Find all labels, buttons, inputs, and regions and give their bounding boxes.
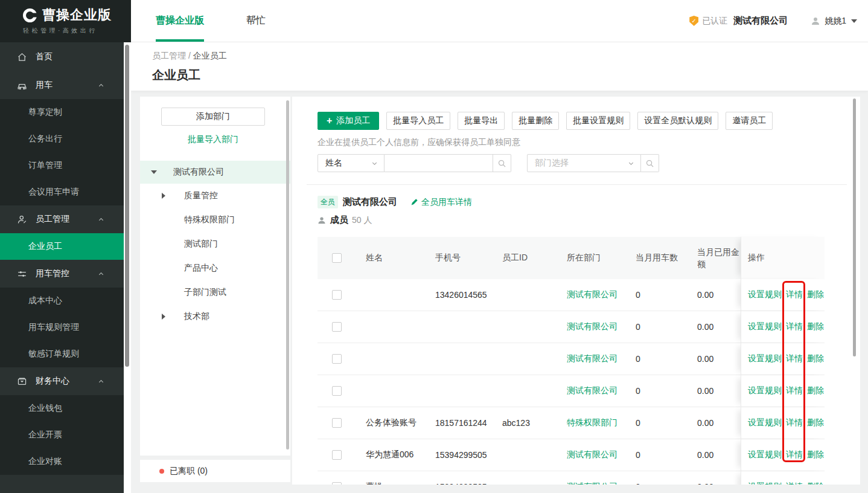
select-all-checkbox[interactable] — [332, 253, 342, 263]
department-scrollbar-thumb[interactable] — [286, 100, 289, 450]
set-rules-link[interactable]: 设置规则 — [748, 417, 782, 428]
plus-icon: + — [327, 115, 332, 126]
detail-link[interactable]: 详情 — [786, 353, 803, 364]
cell-amount: 0.00 — [697, 375, 741, 407]
sidebar-item-首页[interactable]: 首页 — [0, 42, 124, 71]
detail-link[interactable]: 详情 — [786, 289, 803, 300]
table-row: 测试有限公司00.00设置规则详情删除 — [318, 375, 825, 407]
search-input[interactable] — [385, 154, 493, 172]
column-header: 手机号 — [435, 237, 502, 279]
row-checkbox[interactable] — [332, 322, 342, 332]
toolbar-button-邀请员工[interactable]: 邀请员工 — [726, 112, 773, 130]
main-scrollbar-thumb[interactable] — [853, 98, 856, 356]
tree-node-子部门测试[interactable]: 子部门测试 — [140, 280, 290, 304]
set-rules-link[interactable]: 设置规则 — [748, 289, 782, 300]
delete-link[interactable]: 删除 — [807, 385, 824, 396]
cell-department-link[interactable]: 测试有限公司 — [567, 289, 617, 300]
toolbar-button-批量删除[interactable]: 批量删除 — [512, 112, 559, 130]
department-select[interactable]: 部门选择 — [527, 154, 641, 172]
caret-collapsed-icon[interactable] — [162, 314, 165, 320]
chevron-down-icon — [628, 160, 634, 167]
toolbar-button-批量设置规则[interactable]: 批量设置规则 — [566, 112, 630, 130]
sidebar-item-员工管理[interactable]: 员工管理 — [0, 205, 124, 233]
row-checkbox[interactable] — [332, 386, 342, 396]
collapse-chevron-up-icon[interactable] — [98, 271, 104, 277]
sidebar-subitem-会议用车申请[interactable]: 会议用车申请 — [0, 179, 124, 205]
detail-link[interactable]: 详情 — [786, 450, 803, 460]
detail-link[interactable]: 详情 — [786, 417, 803, 428]
detail-link[interactable]: 详情 — [786, 321, 803, 332]
set-rules-link[interactable]: 设置规则 — [748, 385, 782, 396]
sidebar-subitem-尊享定制[interactable]: 尊享定制 — [0, 99, 124, 126]
delete-link[interactable]: 删除 — [807, 450, 824, 460]
row-checkbox[interactable] — [332, 354, 342, 364]
department-search-button[interactable] — [641, 154, 659, 172]
sidebar-subitem-敏感订单规则[interactable]: 敏感订单规则 — [0, 341, 124, 367]
add-department-button[interactable]: 添加部门 — [161, 108, 265, 126]
sidebar-subitem-订单管理[interactable]: 订单管理 — [0, 152, 124, 179]
set-rules-link[interactable]: 设置规则 — [748, 450, 782, 460]
sidebar-item-用车[interactable]: 用车 — [0, 71, 124, 99]
cell-phone — [435, 311, 502, 343]
collapse-chevron-up-icon[interactable] — [98, 378, 104, 385]
topbar-tab-help[interactable]: 帮忙 — [246, 0, 266, 42]
detail-link[interactable]: 详情 — [786, 482, 803, 485]
cell-department-link[interactable]: 测试有限公司 — [567, 321, 617, 332]
cell-department-link[interactable]: 测试有限公司 — [567, 450, 617, 460]
toolbar-button-设置全员默认规则[interactable]: 设置全员默认规则 — [637, 112, 718, 130]
sidebar-item-财务中心[interactable]: 财务中心 — [0, 367, 124, 395]
delete-link[interactable]: 删除 — [807, 417, 824, 428]
cell-department-link[interactable]: 特殊权限部门 — [567, 417, 617, 428]
batch-import-department-link[interactable]: 批量导入部门 — [161, 134, 265, 145]
breadcrumb-parent[interactable]: 员工管理 — [152, 51, 186, 60]
row-checkbox[interactable] — [332, 418, 342, 428]
user-menu[interactable]: 姚姚1 — [811, 16, 857, 27]
resigned-row[interactable]: 已离职 (0) — [140, 460, 290, 482]
group-company-name: 测试有限公司 — [343, 196, 397, 208]
sidebar-subitem-企业钱包[interactable]: 企业钱包 — [0, 395, 124, 422]
row-checkbox[interactable] — [332, 482, 342, 485]
caret-expanded-icon[interactable] — [151, 170, 157, 174]
collapse-chevron-up-icon[interactable] — [98, 216, 104, 223]
cell-department-link[interactable]: 测试有限公司 — [567, 385, 617, 396]
row-checkbox[interactable] — [332, 450, 342, 460]
employee-toolbar: +添加员工批量导入员工批量导出批量删除批量设置规则设置全员默认规则邀请员工 — [318, 112, 860, 130]
collapse-chevron-up-icon[interactable] — [98, 82, 104, 89]
sidebar-subitem-企业对账[interactable]: 企业对账 — [0, 448, 124, 475]
delete-link[interactable]: 删除 — [807, 289, 824, 300]
delete-link[interactable]: 删除 — [807, 353, 824, 364]
tree-node-技术部[interactable]: 技术部 — [140, 304, 290, 329]
resigned-dot-icon — [159, 469, 164, 474]
search-field-select[interactable]: 姓名 — [318, 154, 385, 172]
sidebar-subitem-公务出行[interactable]: 公务出行 — [0, 126, 124, 152]
row-checkbox[interactable] — [332, 290, 342, 300]
set-rules-link[interactable]: 设置规则 — [748, 353, 782, 364]
toolbar-button-批量导出[interactable]: 批量导出 — [458, 112, 505, 130]
set-rules-link[interactable]: 设置规则 — [748, 482, 782, 485]
topbar-tab-product[interactable]: 曹操企业版 — [156, 0, 204, 42]
logo-block: 曹操企业版 轻松管理·高效出行 — [0, 0, 131, 42]
sidebar-subitem-企业员工[interactable]: 企业员工 — [0, 233, 124, 260]
tree-node-特殊权限部门[interactable]: 特殊权限部门 — [140, 208, 290, 232]
all-members-detail-link[interactable]: 全员用车详情 — [410, 197, 472, 208]
tree-node-测试有限公司[interactable]: 测试有限公司 — [140, 161, 290, 184]
tree-node-测试部门[interactable]: 测试部门 — [140, 232, 290, 256]
sidebar-scrollbar-thumb[interactable] — [125, 45, 129, 367]
toolbar-button-批量导入员工[interactable]: 批量导入员工 — [386, 112, 450, 130]
cell-department-link[interactable]: 测试有限公司 — [567, 353, 617, 364]
sidebar-subitem-企业开票[interactable]: 企业开票 — [0, 422, 124, 448]
sidebar-subitem-成本中心[interactable]: 成本中心 — [0, 288, 124, 314]
sidebar-subitem-用车规则管理[interactable]: 用车规则管理 — [0, 314, 124, 341]
add-employee-button[interactable]: +添加员工 — [318, 112, 379, 130]
tree-node-质量管控[interactable]: 质量管控 — [140, 184, 290, 208]
sidebar-item-用车管控[interactable]: 用车管控 — [0, 260, 124, 288]
set-rules-link[interactable]: 设置规则 — [748, 321, 782, 332]
topbar: 曹操企业版 帮忙 ✓ 已认证 测试有限公司 姚姚1 — [131, 0, 868, 42]
caret-collapsed-icon[interactable] — [162, 193, 165, 199]
search-button[interactable] — [493, 154, 511, 172]
detail-link[interactable]: 详情 — [786, 385, 803, 396]
tree-node-产品中心[interactable]: 产品中心 — [140, 256, 290, 280]
delete-link[interactable]: 删除 — [807, 321, 824, 332]
cell-department-link[interactable]: 测试有限公司 — [567, 482, 617, 485]
delete-link[interactable]: 删除 — [807, 482, 824, 485]
